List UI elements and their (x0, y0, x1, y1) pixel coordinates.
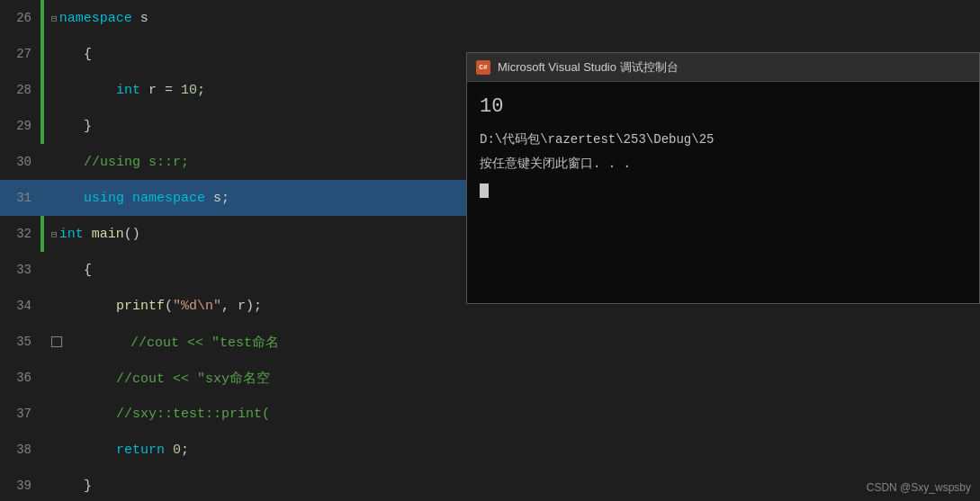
token: 0 (173, 443, 181, 458)
code-line-39: 39 } (0, 468, 468, 501)
console-title: Microsoft Visual Studio 调试控制台 (498, 59, 679, 76)
code-content-33: { (40, 263, 92, 278)
token (84, 227, 92, 242)
code-line-34: 34 printf("%d\n", r); (0, 288, 468, 324)
line-number-34: 34 (0, 299, 40, 313)
console-output-number: 10 (480, 91, 967, 122)
token: int (59, 227, 84, 242)
console-path: D:\代码包\razertest\253\Debug\25 (480, 130, 967, 149)
token: s; (205, 191, 229, 206)
green-indicator-27 (40, 36, 44, 72)
line-number-35: 35 (0, 335, 40, 349)
token: ; (181, 443, 189, 458)
code-content-39: } (40, 479, 92, 494)
code-line-29: 29 } (0, 108, 468, 144)
code-line-33: 33 { (0, 252, 468, 288)
token (51, 299, 116, 314)
code-content-35: //cout << "test命名 (40, 334, 279, 351)
green-indicator-29 (40, 108, 44, 144)
line-number-33: 33 (0, 263, 40, 277)
token: } (51, 479, 92, 494)
console-titlebar: C# Microsoft Visual Studio 调试控制台 (467, 53, 979, 82)
console-cursor (480, 183, 489, 198)
line-number-37: 37 (0, 407, 40, 421)
code-content-37: //sxy::test::print( (40, 407, 270, 422)
token: printf (116, 299, 165, 314)
collapse-marker-26[interactable]: ⊟ (51, 13, 58, 24)
code-content-34: printf("%d\n", r); (40, 299, 262, 314)
token: //using s::r; (51, 155, 189, 170)
token: namespace (132, 191, 205, 206)
console-app-icon: C# (476, 60, 490, 75)
token: s (140, 11, 148, 26)
token: int (116, 83, 140, 98)
code-line-31: 31 using namespace s; (0, 180, 468, 216)
token: return (116, 443, 165, 458)
token: ( (165, 299, 173, 314)
line-number-39: 39 (0, 479, 40, 493)
token: namespace (59, 11, 140, 26)
token: main (92, 227, 124, 242)
green-indicator-32 (40, 216, 44, 252)
code-content-36: //cout << "sxy命名空 (40, 370, 270, 387)
code-content-28: int r = 10; (40, 83, 205, 98)
line-number-28: 28 (0, 83, 40, 97)
token: } (51, 119, 92, 134)
green-indicator-28 (40, 72, 44, 108)
code-content-31: using namespace s; (40, 191, 229, 206)
code-line-26: 26⊟namespace s (0, 0, 468, 36)
code-line-37: 37 //sxy::test::print( (0, 396, 468, 432)
line-number-30: 30 (0, 155, 40, 169)
token (51, 443, 116, 458)
green-indicator-26 (40, 0, 44, 36)
line-number-32: 32 (0, 227, 40, 241)
code-editor: 26⊟namespace s27 {28 int r = 10;29 }30 /… (0, 0, 468, 501)
token (51, 191, 84, 206)
token: = (165, 83, 173, 98)
console-prompt: 按任意键关闭此窗口. . . (480, 154, 967, 174)
line-number-29: 29 (0, 119, 40, 133)
collapse-marker-32[interactable]: ⊟ (51, 228, 58, 240)
code-line-28: 28 int r = 10; (0, 72, 468, 108)
line-number-38: 38 (0, 443, 40, 457)
token: r (140, 83, 165, 98)
console-window: C# Microsoft Visual Studio 调试控制台 10 D:\代… (466, 52, 980, 304)
token: "%d\n" (173, 299, 221, 314)
line-number-36: 36 (0, 371, 40, 385)
token (173, 83, 181, 98)
token: 10 (181, 83, 197, 98)
token: { (51, 47, 92, 62)
token (165, 443, 173, 458)
code-content-30: //using s::r; (40, 155, 189, 170)
code-line-36: 36 //cout << "sxy命名空 (0, 360, 468, 396)
console-body: 10 D:\代码包\razertest\253\Debug\25 按任意键关闭此… (467, 82, 979, 303)
code-content-29: } (40, 119, 92, 134)
token (51, 83, 116, 98)
token: //cout << "test命名 (66, 334, 279, 351)
code-content-32: ⊟int main() (40, 227, 140, 242)
breakpoint-marker-35[interactable] (51, 336, 62, 347)
token: , r); (221, 299, 262, 314)
token: //cout << "sxy命名空 (51, 370, 270, 387)
token: () (124, 227, 140, 242)
code-line-35: 35 //cout << "test命名 (0, 324, 468, 360)
line-number-27: 27 (0, 47, 40, 61)
line-number-31: 31 (0, 191, 40, 205)
line-number-26: 26 (0, 11, 40, 25)
watermark: CSDN @Sxy_wspsby (867, 481, 971, 494)
code-line-27: 27 { (0, 36, 468, 72)
code-line-38: 38 return 0; (0, 432, 468, 468)
right-dark-panel (466, 306, 980, 501)
token: using (84, 191, 124, 206)
code-content-38: return 0; (40, 443, 189, 458)
code-content-26: ⊟namespace s (40, 11, 148, 26)
code-line-32: 32⊟int main() (0, 216, 468, 252)
token: { (51, 263, 92, 278)
token: //sxy::test::print( (51, 407, 270, 422)
token (124, 191, 132, 206)
code-content-27: { (40, 47, 92, 62)
code-line-30: 30 //using s::r; (0, 144, 468, 180)
token: ; (197, 83, 205, 98)
